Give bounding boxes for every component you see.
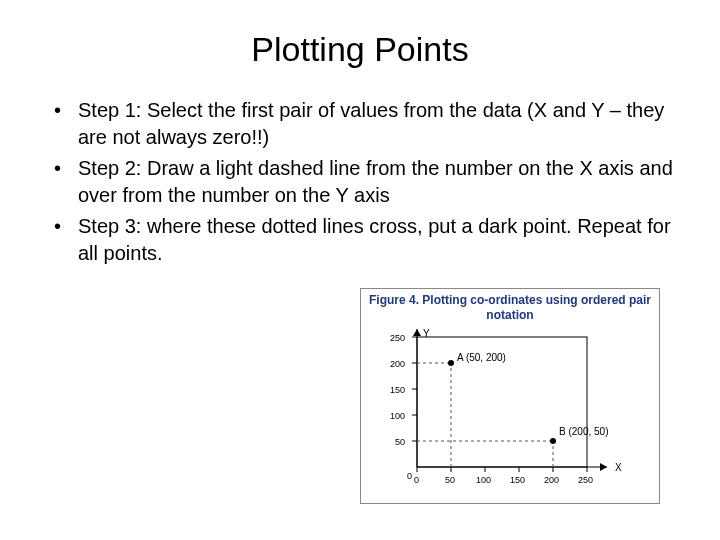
y-axis-label: Y	[423, 328, 430, 339]
point-a	[448, 360, 454, 366]
y-axis-arrow-icon	[413, 329, 421, 336]
bullet-list: Step 1: Select the first pair of values …	[50, 97, 680, 267]
point-a-label: A (50, 200)	[457, 352, 506, 363]
point-b-label: B (200, 50)	[559, 426, 608, 437]
y-ticks	[412, 337, 417, 441]
bullet-step-3: Step 3: where these dotted lines cross, …	[50, 213, 680, 267]
x-tick-250: 250	[578, 475, 593, 485]
x-axis-arrow-icon	[600, 463, 607, 471]
x-tick-100: 100	[476, 475, 491, 485]
bullet-step-2: Step 2: Draw a light dashed line from th…	[50, 155, 680, 209]
figure-panel: Figure 4. Plotting co-ordinates using or…	[360, 288, 660, 504]
page-title: Plotting Points	[40, 30, 680, 69]
y-tick-100: 100	[390, 411, 405, 421]
point-b	[550, 438, 556, 444]
bullet-step-1: Step 1: Select the first pair of values …	[50, 97, 680, 151]
x-tick-150: 150	[510, 475, 525, 485]
origin-label: 0	[407, 471, 412, 481]
x-tick-0: 0	[414, 475, 419, 485]
x-tick-200: 200	[544, 475, 559, 485]
x-axis-label: X	[615, 462, 622, 473]
coordinate-plot: 0 50 100 150 200 250 50 100 150 200 250 …	[367, 327, 651, 497]
y-tick-50: 50	[395, 437, 405, 447]
figure-caption: Figure 4. Plotting co-ordinates using or…	[367, 293, 653, 323]
y-tick-150: 150	[390, 385, 405, 395]
y-tick-200: 200	[390, 359, 405, 369]
slide: Plotting Points Step 1: Select the first…	[0, 0, 720, 540]
x-ticks	[417, 467, 587, 472]
y-tick-250: 250	[390, 333, 405, 343]
x-tick-50: 50	[445, 475, 455, 485]
